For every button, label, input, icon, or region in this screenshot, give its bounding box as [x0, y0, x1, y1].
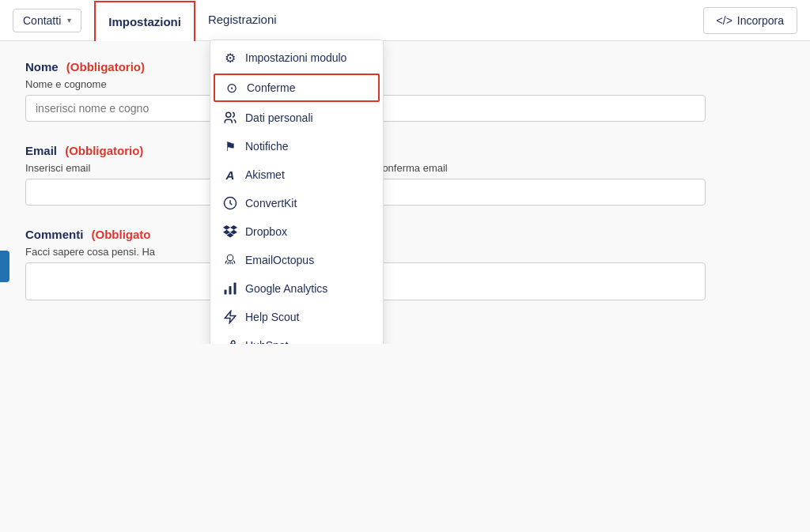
svg-rect-2: [225, 290, 227, 295]
commenti-field-label: Commenti (Obbligato: [25, 228, 766, 241]
tab-impostazioni[interactable]: Impostazioni: [94, 1, 195, 41]
people-icon: [223, 111, 237, 125]
menu-item-label: Google Analytics: [245, 282, 327, 295]
email-section: Email (Obbligatorio) Inserisci email Con…: [25, 144, 766, 206]
left-panel-handle[interactable]: [0, 251, 9, 282]
menu-item-label: Akismet: [245, 168, 285, 181]
nome-section: Nome (Obbligatorio) Nome e cognome: [25, 60, 766, 122]
tab-registrazioni[interactable]: Registrazioni: [195, 0, 290, 40]
flag-icon: ⚑: [223, 139, 237, 153]
akismet-icon: A: [223, 168, 237, 182]
svg-rect-3: [229, 286, 232, 295]
commenti-hint: Facci sapere cosa pensi. Ha: [25, 246, 766, 258]
menu-item-google-analytics[interactable]: Google Analytics: [210, 274, 383, 303]
svg-point-1: [227, 255, 233, 261]
emailoctopus-icon: [223, 253, 237, 267]
contatti-dropdown[interactable]: Contatti ▾: [13, 9, 81, 32]
commenti-required-badge: (Obbligato: [92, 228, 151, 241]
menu-item-notifiche[interactable]: ⚑ Notifiche: [210, 132, 383, 160]
contatti-label: Contatti: [23, 14, 61, 27]
embed-icon: </>: [717, 14, 732, 27]
menu-item-impostazioni-modulo[interactable]: ⚙ Impostazioni modulo: [210, 43, 383, 72]
menu-item-label: ConvertKit: [245, 197, 297, 209]
menu-item-dropbox[interactable]: Dropbox: [210, 217, 383, 246]
google-analytics-icon: [223, 281, 237, 296]
svg-point-0: [226, 112, 231, 117]
menu-item-label: Help Scout: [245, 311, 299, 323]
commenti-section: Commenti (Obbligato Facci sapere cosa pe…: [25, 228, 766, 303]
nome-field-label: Nome (Obbligatorio): [25, 60, 766, 74]
convertkit-icon: [223, 196, 237, 210]
nome-cognome-sub-label: Nome e cognome: [25, 78, 766, 90]
menu-item-hubspot[interactable]: HubSpot: [210, 331, 383, 344]
conferma-email-label: Conferma email: [375, 162, 706, 174]
menu-item-label: HubSpot: [245, 339, 288, 344]
menu-item-label: Notifiche: [245, 140, 288, 153]
menu-item-conferme[interactable]: ⊙ Conferme: [214, 74, 380, 102]
checkmark-circle-icon: ⊙: [225, 81, 239, 95]
top-bar: Contatti ▾ Impostazioni Registrazioni </…: [0, 0, 810, 41]
gear-icon: ⚙: [223, 51, 237, 65]
menu-item-emailoctopus[interactable]: EmailOctopus: [210, 246, 383, 274]
form-area: Nome (Obbligatorio) Nome e cognome Email…: [0, 41, 791, 344]
svg-rect-4: [234, 283, 237, 295]
settings-dropdown-menu: ⚙ Impostazioni modulo ⊙ Conferme Dati pe…: [210, 40, 384, 344]
menu-item-label: Dropbox: [245, 225, 287, 238]
help-scout-icon: [223, 310, 237, 324]
conferma-email-col: Conferma email: [375, 162, 706, 206]
menu-item-label: Dati personali: [245, 111, 313, 124]
nav-tabs: Impostazioni Registrazioni: [94, 0, 289, 40]
menu-item-label: EmailOctopus: [245, 254, 314, 266]
svg-point-5: [232, 341, 236, 344]
menu-item-akismet[interactable]: A Akismet: [210, 160, 383, 189]
hubspot-icon: [223, 338, 237, 344]
conferma-email-input[interactable]: [375, 179, 706, 206]
menu-item-convertkit[interactable]: ConvertKit: [210, 189, 383, 217]
chevron-down-icon: ▾: [67, 16, 71, 25]
email-required-badge: (Obbligatorio): [65, 144, 143, 157]
email-field-label: Email (Obbligatorio): [25, 144, 766, 157]
nome-required-badge: (Obbligatorio): [66, 60, 145, 74]
menu-item-label: Impostazioni modulo: [245, 51, 346, 64]
menu-item-label: Conferme: [247, 81, 295, 94]
dropbox-icon: [223, 224, 237, 239]
menu-item-dati-personali[interactable]: Dati personali: [210, 104, 383, 132]
menu-item-help-scout[interactable]: Help Scout: [210, 303, 383, 331]
embed-button[interactable]: </> Incorpora: [703, 7, 797, 34]
